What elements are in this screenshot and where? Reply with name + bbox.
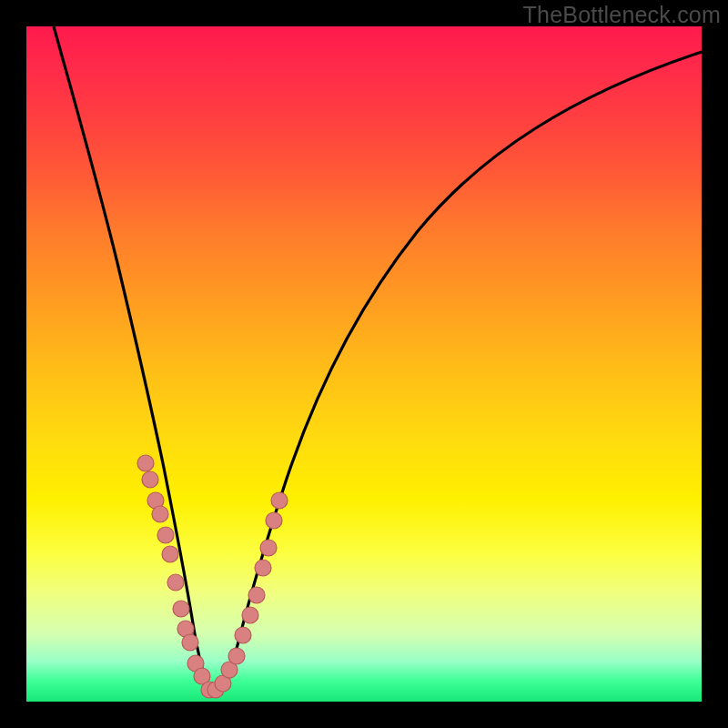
marker-dot — [137, 455, 154, 471]
marker-dot — [182, 634, 198, 651]
marker-group — [137, 455, 288, 698]
curve-layer — [26, 26, 702, 702]
marker-dot — [260, 540, 277, 556]
marker-dot — [162, 546, 178, 562]
marker-dot — [167, 574, 184, 591]
marker-dot — [242, 607, 258, 623]
chart-frame: TheBottleneck.com — [0, 0, 728, 728]
marker-dot — [173, 601, 189, 617]
watermark-text: TheBottleneck.com — [523, 2, 721, 28]
marker-dot — [157, 527, 174, 543]
marker-dot — [266, 512, 282, 529]
marker-dot — [255, 560, 271, 576]
marker-dot — [142, 471, 158, 488]
marker-dot — [152, 506, 168, 522]
marker-dot — [271, 492, 288, 509]
bottleneck-curve — [54, 26, 702, 692]
plot-area — [26, 26, 702, 702]
marker-dot — [248, 587, 265, 603]
marker-dot — [228, 648, 245, 664]
marker-dot — [235, 627, 251, 643]
